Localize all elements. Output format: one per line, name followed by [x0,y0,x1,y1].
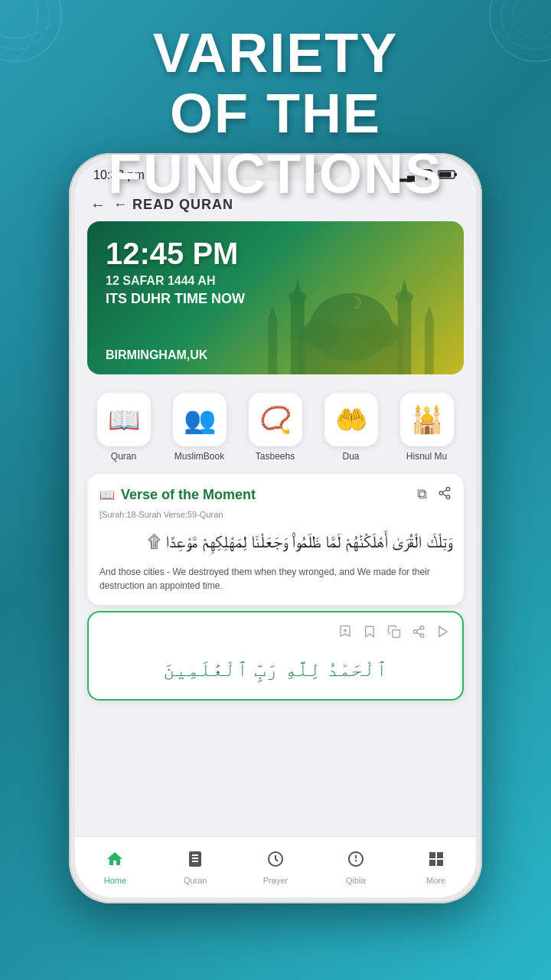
svg-marker-37 [439,626,448,637]
verse-header-left: 📖 Verse of the Moment [99,487,256,503]
svg-point-25 [439,492,443,495]
svg-point-26 [446,495,450,499]
prayer-location: BIRMINGHAM,UK [106,348,207,362]
dua-icon-wrapper[interactable]: 🤲 [324,393,378,446]
nav-more[interactable]: More [409,850,463,885]
feature-quran[interactable]: 📖 Quran [87,393,160,462]
muslimbook-icon-wrapper[interactable]: 👥 [173,393,227,446]
dua-label: Dua [342,451,359,462]
dua-icon: 🤲 [335,404,367,435]
prayer-time: 12:45 PM [106,237,445,271]
add-bookmark-icon[interactable] [338,625,352,642]
tasbeehs-label: Tasbeehs [256,451,295,462]
verse-reference: [Surah:18-Surah Verse:59-Quran [99,510,452,519]
share-icon[interactable] [438,486,452,504]
svg-point-24 [446,488,450,492]
nav-prayer[interactable]: Prayer [249,850,302,885]
svg-point-34 [420,634,424,638]
quran-nav-icon [186,850,204,873]
verse-translation: And those cities - We destroyed them whe… [99,565,452,593]
page-header: VARIETY OF THE FUNCTIONS [0,0,551,220]
play-icon[interactable] [436,625,450,642]
phone-mockup: 10:33 pm ▂▄ [69,153,482,903]
quran-reading-card[interactable]: ٱلْحَمْدُ لِلَّهِ رَبِّ ٱلْعَٰلَمِينَ [87,611,464,701]
svg-line-36 [416,628,420,630]
copy2-icon[interactable] [387,625,401,642]
qibla-nav-label: Qibla [346,876,366,885]
prayer-nav-icon [266,850,285,873]
svg-line-28 [442,490,446,492]
verse-title: Verse of the Moment [121,487,256,503]
verse-arabic-text: وَتِلْكَ الْقُرَىٰ أَهْلَكْنَٰهُمْ لَمَّ… [99,527,452,557]
tasbeehs-icon: 📿 [259,404,292,435]
quran-toolbar [101,625,450,642]
quran-label: Quran [111,451,136,462]
prayer-nav-label: Prayer [263,876,288,885]
verse-book-icon: 📖 [99,488,115,502]
qibla-nav-icon [347,850,365,873]
prayer-date: 12 SAFAR 1444 AH [106,274,445,288]
feature-muslimbook[interactable]: 👥 MuslimBook [163,393,236,462]
copy-icon[interactable]: ⧉ [417,486,427,504]
prayer-card[interactable]: ☽ 12:45 PM 12 SAFAR 1444 AH ITS DUHR TIM… [87,221,464,374]
nav-quran[interactable]: Quran [168,850,222,885]
hisnul-icon: 🕌 [411,404,443,435]
muslimbook-icon: 👥 [184,404,216,435]
more-nav-icon [427,850,445,873]
bookmark-icon[interactable] [363,625,377,642]
more-nav-label: More [426,876,445,885]
quran-icon-wrapper[interactable]: 📖 [97,393,151,446]
feature-tasbeehs[interactable]: 📿 Tasbeehs [239,393,311,462]
svg-line-27 [442,494,446,496]
prayer-card-content: 12:45 PM 12 SAFAR 1444 AH ITS DUHR TIME … [87,221,464,374]
app-content: ← ← READ QURAN [75,188,476,828]
share2-icon[interactable] [412,625,425,642]
verse-header: 📖 Verse of the Moment ⧉ [99,486,452,504]
svg-point-32 [420,626,424,629]
tasbeehs-icon-wrapper[interactable]: 📿 [249,393,302,446]
features-row: 📖 Quran 👥 MuslimBook 📿 Tasbeehs [75,387,476,468]
svg-rect-31 [393,629,400,637]
quran-arabic-text: ٱلْحَمْدُ لِلَّهِ رَبِّ ٱلْعَٰلَمِينَ [101,652,450,688]
home-nav-label: Home [104,876,126,885]
svg-line-35 [416,632,420,635]
page-title-text: VARIETY OF THE FUNCTIONS [31,23,520,205]
svg-point-33 [413,629,417,633]
verse-action-icons[interactable]: ⧉ [417,486,452,504]
nav-qibla[interactable]: Qibla [329,850,383,885]
muslimbook-label: MuslimBook [174,451,224,462]
feature-dua[interactable]: 🤲 Dua [315,393,387,462]
verse-card: 📖 Verse of the Moment ⧉ [87,474,464,605]
prayer-name: ITS DUHR TIME NOW [106,291,445,307]
home-nav-icon [106,850,124,873]
bottom-nav: Home Quran Prayer [75,836,476,897]
quran-icon: 📖 [108,404,140,435]
quran-nav-label: Quran [184,876,207,885]
nav-home[interactable]: Home [88,850,142,885]
feature-hisnul[interactable]: 🕌 Hisnul Mu [390,393,463,462]
hisnul-label: Hisnul Mu [406,451,447,462]
hisnul-icon-wrapper[interactable]: 🕌 [400,393,454,446]
phone-screen: 10:33 pm ▂▄ [75,159,476,897]
